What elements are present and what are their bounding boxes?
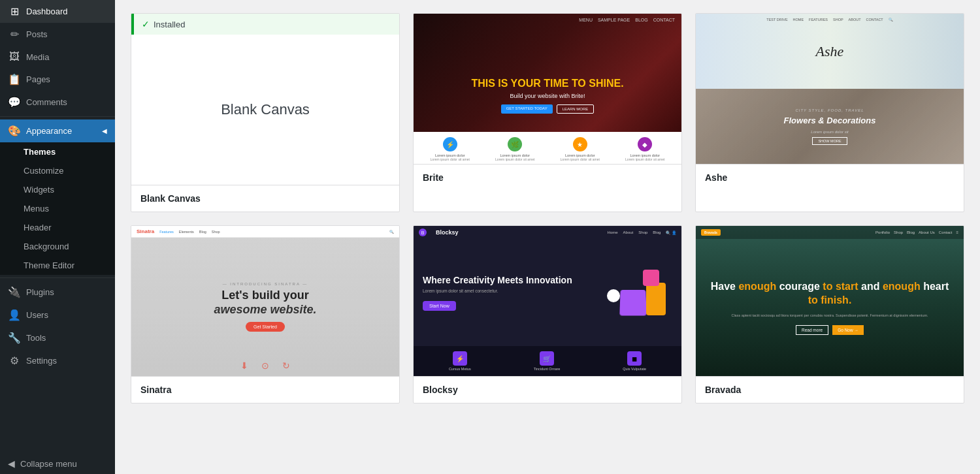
theme-name: Blank Canvas [131,185,399,212]
sidebar-item-posts[interactable]: ✏ Posts [0,23,115,46]
sidebar-item-label: Posts [26,29,48,39]
themes-grid: ✓ Installed Blank Canvas Blank Canvas ME… [131,13,964,403]
plugins-icon: 🔌 [8,286,21,298]
sinatra-preview: Sinatra FeaturesElementsBlogShop 🔍 — INT… [131,226,399,376]
sidebar-item-label: Users [26,310,48,320]
submenu-item-customize[interactable]: Customize [0,161,115,180]
sidebar-item-label: Comments [26,97,67,107]
collapse-label: Collapse menu [20,459,77,469]
sidebar-item-dashboard[interactable]: ⊞ Dashboard [0,0,115,23]
sidebar-item-tools[interactable]: 🔧 Tools [0,326,115,349]
theme-name: Brite [414,164,681,191]
installed-label: Installed [154,20,185,29]
sidebar-item-label: Tools [26,333,46,343]
sidebar-item-label: Plugins [26,287,54,297]
sidebar-item-label: Appearance [26,126,72,136]
collapse-icon: ◀ [8,458,15,469]
chevron-icon: ◀ [102,127,107,134]
submenu-item-theme-editor[interactable]: Theme Editor [0,256,115,275]
submenu-item-widgets[interactable]: Widgets [0,180,115,199]
theme-name: Bravada [696,376,964,403]
sidebar-item-label: Pages [26,74,50,84]
brite-preview: MENUSAMPLE PAGEBLOGCONTACT THIS IS YOUR … [414,14,681,164]
check-icon: ✓ [142,19,150,29]
dashboard-icon: ⊞ [8,5,21,18]
bravada-preview: Bravada PortfolioShopBlogAbout UsContact… [696,226,964,376]
brite-features: ⚡Lorem ipsum dolorLorem ipsum dolor sit … [414,132,681,164]
posts-icon: ✏ [8,28,21,40]
sidebar-item-comments[interactable]: 💬 Comments [0,91,115,114]
theme-card-sinatra[interactable]: Sinatra FeaturesElementsBlogShop 🔍 — INT… [131,225,400,403]
theme-card-ashe[interactable]: TEST DRIVEHOMEFEATURESSHOPABOUTCONTACT🔍 … [695,13,964,212]
submenu-item-themes[interactable]: Themes [0,142,115,161]
sidebar-item-users[interactable]: 👤 Users [0,304,115,326]
ashe-preview: TEST DRIVEHOMEFEATURESSHOPABOUTCONTACT🔍 … [696,14,964,164]
appearance-icon: 🎨 [8,125,21,137]
blank-canvas-title: Blank Canvas [221,101,310,118]
theme-card-brite[interactable]: MENUSAMPLE PAGEBLOGCONTACT THIS IS YOUR … [413,13,682,212]
theme-name: Blocksy [414,376,681,403]
collapse-menu-button[interactable]: ◀ Collapse menu [0,453,115,474]
theme-card-blank-canvas[interactable]: ✓ Installed Blank Canvas Blank Canvas [131,13,400,212]
submenu-item-background[interactable]: Background [0,237,115,256]
theme-card-blocksy[interactable]: B Blocksy HomeAboutShopBlog🔍 👤 Where Cre… [413,225,682,403]
installed-badge: ✓ Installed [131,14,399,35]
sidebar-item-pages[interactable]: 📋 Pages [0,68,115,91]
submenu-item-header[interactable]: Header [0,218,115,237]
brite-hero: THIS IS YOUR TIME TO SHINE. Build your w… [471,57,623,121]
appearance-submenu: Themes Customize Widgets Menus Header Ba… [0,142,115,275]
sidebar-item-label: Settings [26,356,57,366]
theme-card-bravada[interactable]: Bravada PortfolioShopBlogAbout UsContact… [695,225,964,403]
media-icon: 🖼 [8,51,21,63]
brite-nav: MENUSAMPLE PAGEBLOGCONTACT [414,14,681,26]
sidebar-item-plugins[interactable]: 🔌 Plugins [0,281,115,304]
sidebar-item-label: Dashboard [26,7,68,16]
submenu-item-menus[interactable]: Menus [0,199,115,218]
sidebar-item-appearance[interactable]: 🎨 Appearance ◀ [0,119,115,142]
comments-icon: 💬 [8,96,21,108]
users-icon: 👤 [8,309,21,321]
theme-name: Ashe [696,164,964,191]
sidebar-item-settings[interactable]: ⚙ Settings [0,349,115,372]
sidebar: ⊞ Dashboard ✏ Posts 🖼 Media 📋 Pages 💬 Co… [0,0,115,474]
sidebar-item-media[interactable]: 🖼 Media [0,46,115,68]
blank-canvas-preview: Blank Canvas [131,35,399,185]
settings-icon: ⚙ [8,355,21,367]
blocksy-preview: B Blocksy HomeAboutShopBlog🔍 👤 Where Cre… [414,226,681,376]
pages-icon: 📋 [8,73,21,86]
tools-icon: 🔧 [8,332,21,344]
theme-name: Sinatra [131,376,399,403]
sidebar-item-label: Media [26,52,49,62]
main-content: ✓ Installed Blank Canvas Blank Canvas ME… [115,0,980,474]
